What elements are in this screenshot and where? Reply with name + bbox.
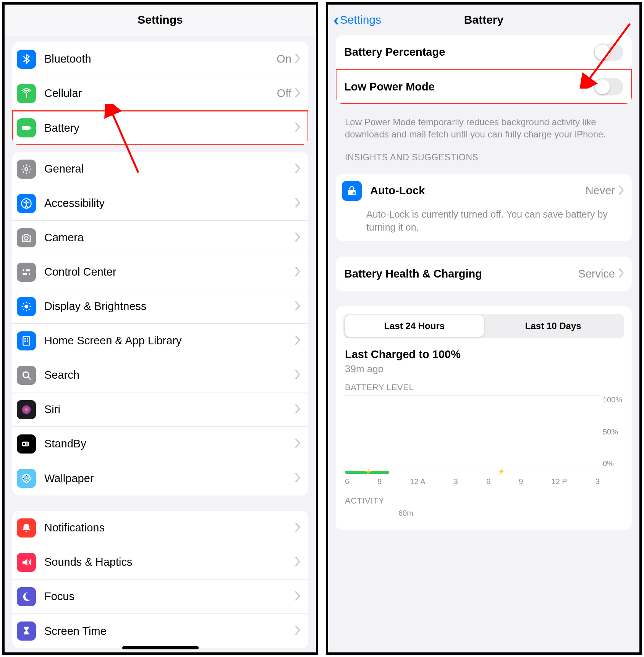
page-title: Settings (138, 13, 183, 26)
settings-row-search[interactable]: Search (12, 358, 308, 392)
sliders-icon (17, 263, 36, 282)
svg-point-34 (29, 478, 30, 479)
low-power-mode-description: Low Power Mode temporarily reduces backg… (336, 111, 632, 141)
svg-rect-23 (27, 340, 28, 342)
back-button[interactable]: ‹ Settings (333, 11, 381, 28)
chevron-right-icon (295, 404, 301, 415)
row-label: Focus (44, 590, 295, 603)
chevron-right-icon (295, 439, 301, 449)
svg-line-25 (28, 377, 31, 379)
speaker-icon (17, 553, 36, 572)
battery-percentage-label: Battery Percentage (344, 46, 594, 58)
page-title: Battery (464, 13, 503, 26)
row-label: Bluetooth (44, 53, 277, 65)
settings-row-display[interactable]: Display & Brightness (12, 289, 308, 324)
battery-percentage-row[interactable]: Battery Percentage (336, 35, 632, 69)
settings-row-homescreen[interactable]: Home Screen & App Library (12, 324, 308, 358)
row-value: Off (277, 87, 291, 100)
settings-row-cellular[interactable]: CellularOff (12, 76, 308, 111)
chevron-right-icon (619, 268, 624, 279)
search-icon (17, 366, 36, 385)
last-charged-block: Last Charged to 100% 39m ago (336, 346, 632, 383)
back-label: Settings (340, 13, 381, 26)
svg-point-33 (23, 478, 24, 479)
screenshot-settings: Settings BluetoothOnCellularOffBattery G… (2, 2, 318, 655)
wallpaper-icon (17, 469, 36, 488)
sun-icon (17, 297, 36, 316)
row-label: Camera (44, 231, 295, 244)
auto-lock-row[interactable]: Auto-Lock Never (336, 174, 632, 201)
chevron-right-icon (295, 301, 301, 312)
segment-24h[interactable]: Last 24 Hours (345, 315, 484, 337)
navbar-settings: Settings (5, 5, 316, 35)
svg-rect-20 (24, 338, 26, 339)
y-label: 100% (603, 395, 623, 404)
settings-row-controlcenter[interactable]: Control Center (12, 255, 308, 289)
chevron-right-icon (295, 123, 301, 133)
row-label: Cellular (44, 87, 277, 100)
activity-y-label: 60m (395, 509, 418, 530)
battery-health-row[interactable]: Battery Health & Charging Service (336, 257, 632, 291)
svg-point-24 (23, 372, 29, 378)
home-indicator (122, 646, 199, 649)
svg-rect-7 (23, 273, 30, 275)
antenna-icon (17, 84, 36, 103)
chevron-left-icon: ‹ (333, 11, 339, 28)
time-range-segmented[interactable]: Last 24 Hours Last 10 Days (343, 314, 624, 338)
settings-row-accessibility[interactable]: Accessibility (12, 186, 308, 221)
settings-row-wallpaper[interactable]: Wallpaper (12, 461, 308, 496)
bell-icon (17, 518, 36, 538)
low-power-mode-toggle[interactable] (594, 78, 623, 95)
x-label: 3 (595, 477, 600, 486)
y-label: 0% (603, 459, 623, 468)
row-label: Screen Time (44, 625, 295, 638)
segment-10d[interactable]: Last 10 Days (484, 315, 623, 337)
chevron-right-icon (295, 523, 301, 533)
x-label: 9 (377, 477, 382, 486)
battery-percentage-toggle[interactable] (594, 44, 623, 61)
settings-row-bluetooth[interactable]: BluetoothOn (12, 42, 308, 76)
x-axis: 6912 A36912 P3 (345, 475, 623, 486)
svg-point-2 (25, 168, 28, 171)
auto-lock-label: Auto-Lock (370, 184, 586, 197)
settings-row-battery[interactable]: Battery (12, 111, 308, 145)
svg-point-31 (26, 475, 27, 476)
svg-line-16 (29, 309, 30, 310)
chevron-right-icon (619, 186, 624, 196)
settings-row-standby[interactable]: StandBy (12, 427, 308, 461)
moon-icon (17, 587, 36, 606)
row-label: Wallpaper (44, 472, 295, 485)
activity-title: ACTIVITY (345, 496, 623, 506)
settings-row-screentime[interactable]: Screen Time (12, 614, 308, 648)
settings-row-notifications[interactable]: Notifications (12, 511, 308, 545)
chevron-right-icon (295, 336, 301, 346)
settings-row-general[interactable]: General (12, 152, 308, 186)
battery-level-chart-block: BATTERY LEVEL 100% 50% 0% ⚡⚡ 6912 A36912… (336, 383, 632, 494)
standby-icon (17, 434, 36, 454)
grid-icon (17, 331, 36, 350)
navbar-battery: ‹ Settings Battery (328, 5, 639, 35)
settings-row-camera[interactable]: Camera (12, 221, 308, 255)
activity-chart-block: ACTIVITY 60m (336, 494, 632, 530)
chevron-right-icon (295, 626, 301, 636)
low-power-mode-row[interactable]: Low Power Mode (336, 69, 632, 104)
chevron-right-icon (295, 370, 301, 381)
accessibility-icon (17, 194, 36, 213)
battery-level-chart (345, 395, 600, 468)
bolt-icon: ⚡ (497, 468, 505, 475)
chevron-right-icon (295, 473, 301, 484)
x-label: 3 (454, 477, 458, 486)
settings-row-siri[interactable]: Siri (12, 392, 308, 427)
settings-row-sounds[interactable]: Sounds & Haptics (12, 545, 308, 580)
settings-row-focus[interactable]: Focus (12, 580, 308, 614)
row-label: Home Screen & App Library (44, 334, 295, 347)
low-power-mode-label: Low Power Mode (344, 81, 594, 93)
battery-health-value: Service (578, 268, 615, 280)
chevron-right-icon (295, 267, 301, 278)
svg-line-15 (23, 303, 24, 304)
row-label: Notifications (44, 521, 295, 534)
settings-list: BluetoothOnCellularOffBattery GeneralAcc… (5, 42, 316, 648)
svg-point-8 (24, 269, 26, 271)
chevron-right-icon (295, 164, 301, 174)
chevron-right-icon (295, 591, 301, 602)
